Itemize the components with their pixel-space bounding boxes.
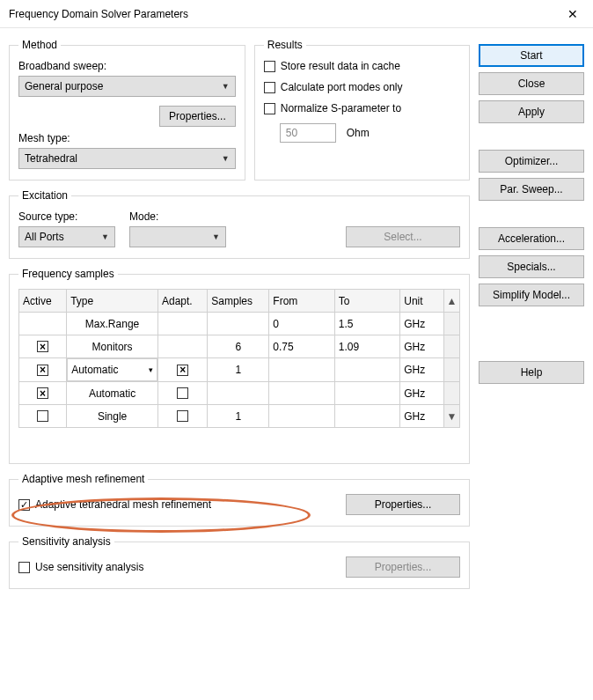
method-legend: Method: [18, 39, 61, 51]
normalize-label: Normalize S-parameter to: [281, 102, 401, 114]
chevron-down-icon[interactable]: ▾: [149, 365, 153, 374]
freq-legend: Frequency samples: [18, 268, 118, 280]
sensitivity-group: Sensitivity analysis Use sensitivity ana…: [9, 535, 470, 589]
chevron-down-icon: ▼: [101, 232, 109, 241]
col-adapt[interactable]: Adapt.: [157, 290, 207, 313]
method-properties-button[interactable]: Properties...: [159, 106, 236, 127]
ohm-unit: Ohm: [347, 127, 370, 139]
chevron-down-icon: ▼: [222, 154, 230, 163]
sensitivity-checkbox[interactable]: [18, 562, 30, 573]
table-header-row: Active Type Adapt. Samples From To Unit …: [19, 290, 460, 313]
meshtype-value: Tetrahedral: [25, 152, 77, 165]
active-checkbox[interactable]: [37, 410, 48, 422]
meshtype-select[interactable]: Tetrahedral ▼: [18, 148, 236, 169]
scroll-down-icon[interactable]: ▼: [443, 405, 459, 428]
scroll-up-icon[interactable]: ▲: [443, 290, 459, 313]
col-active[interactable]: Active: [19, 290, 67, 313]
table-row[interactable]: Single1GHz▼: [19, 405, 460, 428]
active-checkbox[interactable]: [37, 341, 48, 352]
meshtype-label: Mesh type:: [18, 132, 236, 144]
simplify-model-button[interactable]: Simplify Model...: [479, 284, 584, 306]
col-unit[interactable]: Unit: [400, 290, 444, 313]
acceleration-button[interactable]: Acceleration...: [479, 227, 584, 250]
broadband-select[interactable]: General purpose ▼: [18, 76, 236, 97]
excitation-legend: Excitation: [18, 189, 71, 202]
apply-button[interactable]: Apply: [479, 100, 584, 123]
close-icon[interactable]: ✕: [553, 0, 593, 28]
chevron-down-icon: ▼: [222, 82, 230, 91]
source-type-value: All Ports: [25, 231, 64, 243]
specials-button[interactable]: Specials...: [479, 255, 584, 278]
store-cache-checkbox[interactable]: [264, 61, 275, 72]
mode-select: ▼: [129, 226, 226, 247]
close-button[interactable]: Close: [479, 72, 584, 95]
calc-port-label: Calculate port modes only: [281, 81, 403, 93]
results-group: Results Store result data in cache Calcu…: [254, 39, 470, 181]
window-title: Frequency Domain Solver Parameters: [9, 8, 553, 20]
results-legend: Results: [264, 39, 306, 51]
amr-label: Adaptive tetrahedral mesh refinement: [35, 498, 211, 511]
sensitivity-properties-button: Properties...: [346, 556, 460, 578]
sensitivity-legend: Sensitivity analysis: [18, 535, 114, 548]
amr-checkbox-row[interactable]: Adaptive tetrahedral mesh refinement: [18, 498, 339, 511]
table-row[interactable]: AutomaticGHz: [19, 382, 460, 405]
sensitivity-label: Use sensitivity analysis: [35, 561, 143, 573]
col-samples[interactable]: Samples: [208, 290, 269, 313]
calc-port-checkbox[interactable]: [264, 82, 275, 93]
broadband-label: Broadband sweep:: [18, 60, 236, 72]
amr-checkbox[interactable]: [18, 499, 30, 511]
help-button[interactable]: Help: [479, 361, 584, 384]
adapt-checkbox[interactable]: [177, 387, 188, 399]
chevron-down-icon: ▼: [212, 232, 220, 241]
source-type-label: Source type:: [18, 210, 115, 223]
method-group: Method Broadband sweep: General purpose …: [9, 39, 245, 181]
normalize-row[interactable]: Normalize S-parameter to: [264, 102, 460, 114]
sensitivity-checkbox-row[interactable]: Use sensitivity analysis: [18, 561, 339, 573]
adapt-checkbox[interactable]: [177, 365, 188, 376]
normalize-checkbox[interactable]: [264, 103, 275, 114]
optimizer-button[interactable]: Optimizer...: [479, 150, 584, 173]
ohm-input: 50: [280, 123, 336, 143]
mode-label: Mode:: [129, 210, 226, 223]
store-cache-row[interactable]: Store result data in cache: [264, 60, 460, 72]
col-type[interactable]: Type: [67, 290, 158, 313]
broadband-value: General purpose: [25, 80, 103, 92]
active-checkbox[interactable]: [37, 387, 48, 399]
par-sweep-button[interactable]: Par. Sweep...: [479, 178, 584, 201]
amr-group: Adaptive mesh refinement Adaptive tetrah…: [9, 473, 470, 527]
amr-properties-button[interactable]: Properties...: [346, 494, 460, 515]
source-type-select[interactable]: All Ports ▼: [18, 226, 115, 247]
col-from[interactable]: From: [269, 290, 334, 313]
excitation-select-button: Select...: [346, 226, 460, 247]
calc-port-row[interactable]: Calculate port modes only: [264, 81, 460, 93]
col-to[interactable]: To: [334, 290, 399, 313]
start-button[interactable]: Start: [479, 44, 584, 67]
amr-legend: Adaptive mesh refinement: [18, 473, 148, 485]
adapt-checkbox[interactable]: [177, 410, 188, 422]
table-row[interactable]: Monitors60.751.09GHz: [19, 335, 460, 358]
titlebar: Frequency Domain Solver Parameters ✕: [0, 0, 593, 28]
table-row[interactable]: Max.Range01.5GHz: [19, 313, 460, 335]
freq-group: Frequency samples Active Type Adapt. Sam…: [9, 268, 470, 464]
table-row[interactable]: Automatic▾1GHz: [19, 358, 460, 382]
excitation-group: Excitation Source type: All Ports ▼ Mode…: [9, 189, 470, 259]
freq-table[interactable]: Active Type Adapt. Samples From To Unit …: [18, 289, 460, 428]
store-cache-label: Store result data in cache: [281, 60, 400, 72]
active-checkbox[interactable]: [37, 365, 48, 376]
